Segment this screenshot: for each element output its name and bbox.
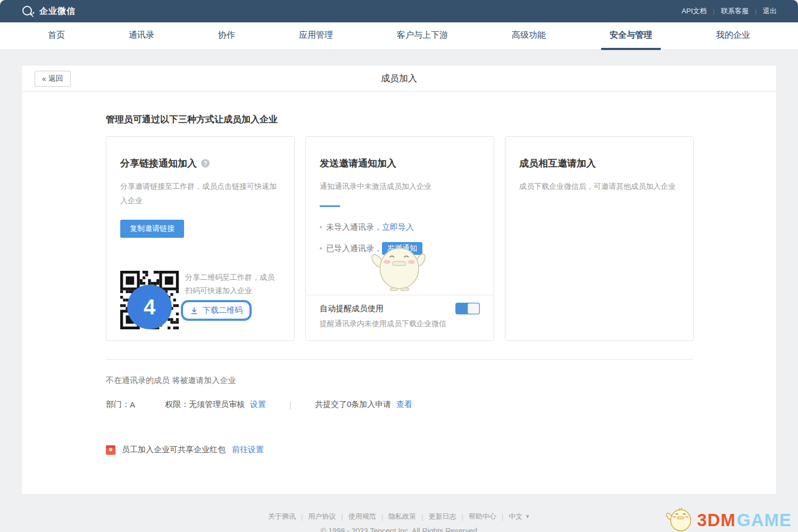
topbar-separator: | <box>713 8 714 14</box>
footer-separator: | <box>461 513 463 521</box>
language-selector[interactable]: 中文 ▼ <box>509 512 530 521</box>
copy-invite-link-button[interactable]: 复制邀请链接 <box>120 220 184 238</box>
help-icon[interactable]: ? <box>201 159 210 168</box>
card-share-link-title: 分享链接通知加入 <box>120 157 197 170</box>
brand-name: 企业微信 <box>39 6 76 17</box>
brand: 企业微信 <box>21 5 76 18</box>
card-share-link: 分享链接通知加入 ? 分享邀请链接至工作群，成员点击链接可快速加入企业 复制邀请… <box>106 136 295 341</box>
footer-link-changelog[interactable]: 更新日志 <box>428 512 456 521</box>
nav-tab-customers[interactable]: 客户与上下游 <box>388 22 456 50</box>
red-packet-icon <box>106 445 115 455</box>
watermark-game-text: GAME <box>737 511 792 532</box>
invite-notice-text: 不在通讯录的成员 将被邀请加入企业 <box>106 376 776 386</box>
watermark-chick-icon <box>665 504 696 532</box>
panel-content: 管理员可通过以下三种方式让成员加入企业 分享链接通知加入 ? 分享邀请链接至工作… <box>22 113 776 455</box>
footer-separator: | <box>341 513 343 521</box>
redpacket-row: 员工加入企业可共享企业红包 前往设置 <box>106 445 776 455</box>
footer-separator: | <box>381 513 383 521</box>
section-divider <box>106 359 694 360</box>
bullet-not-imported: 未导入通讯录， 立即导入 <box>320 217 481 238</box>
view-applications-link[interactable]: 查看 <box>396 400 412 410</box>
permission-label: 权限： <box>165 400 189 410</box>
panel-header: « 返回 成员加入 <box>22 65 776 92</box>
nav-tab-my-company[interactable]: 我的企业 <box>708 22 759 50</box>
nav-tab-home[interactable]: 首页 <box>39 22 73 50</box>
step-badge-4: 4 <box>127 285 172 329</box>
nav-tab-contacts[interactable]: 通讯录 <box>120 22 163 50</box>
footer-link-user-agreement[interactable]: 用户协议 <box>308 512 336 521</box>
footer-link-help-center[interactable]: 帮助中心 <box>469 512 496 521</box>
topbar-links: API文档 | 联系客服 | 退出 <box>681 6 777 16</box>
footer-separator: | <box>301 513 303 521</box>
3dmgame-watermark: 3DM GAME <box>665 504 792 532</box>
primary-nav: 首页 通讯录 协作 应用管理 客户与上下游 高级功能 安全与管理 我的企业 <box>0 22 798 50</box>
bullet-dot-icon <box>320 247 322 250</box>
card-invite-notice-desc: 通知通讯录中未激活成员加入企业 <box>320 179 479 194</box>
card-mutual-invite-title: 成员相互邀请加入 <box>519 157 596 170</box>
footer-link-usage-rules[interactable]: 使用规范 <box>348 512 376 521</box>
download-qr-label: 下载二维码 <box>203 305 243 315</box>
wecom-logo-icon <box>21 5 35 18</box>
footer-link-privacy[interactable]: 隐私政策 <box>388 512 416 521</box>
member-join-panel: « 返回 成员加入 管理员可通过以下三种方式让成员加入企业 分享链接通知加入 ?… <box>21 65 777 495</box>
toggle-knob <box>468 303 479 314</box>
download-icon <box>190 306 198 315</box>
card-mutual-invite: 成员相互邀请加入 成员下载企业微信后，可邀请其他成员加入企业 <box>505 136 694 341</box>
card-invite-notice-title: 发送邀请通知加入 <box>320 157 396 170</box>
qr-desc: 分享二维码至工作群，成员扫码可快速加入企业 <box>185 271 281 297</box>
department-label: 部门： <box>106 400 130 410</box>
logout-link[interactable]: 退出 <box>763 6 777 16</box>
permission-value: 无须管理员审核 <box>189 400 245 410</box>
applications-count-text: 共提交了0条加入申请 <box>315 400 391 410</box>
nav-tab-collaboration[interactable]: 协作 <box>210 22 244 50</box>
auto-remind-toggle[interactable] <box>455 303 480 314</box>
section-heading: 管理员可通过以下三种方式让成员加入企业 <box>106 113 776 126</box>
topbar: 企业微信 API文档 | 联系客服 | 退出 <box>0 0 798 22</box>
card-mutual-invite-desc: 成员下载企业微信后，可邀请其他成员加入企业 <box>519 179 679 194</box>
page-title: 成员加入 <box>22 72 776 85</box>
join-settings-row: 部门： A 权限： 无须管理员审核 设置 | 共提交了0条加入申请 查看 <box>106 400 776 410</box>
nav-tab-app-management[interactable]: 应用管理 <box>290 22 342 50</box>
watermark-3dm-text: 3DM <box>697 511 736 532</box>
redpacket-text: 员工加入企业可共享企业红包 <box>122 445 226 455</box>
mascot-chick-illustration <box>369 240 428 293</box>
department-value: A <box>130 400 135 409</box>
footer-link-about[interactable]: 关于腾讯 <box>268 512 296 521</box>
download-qr-button[interactable]: 下载二维码 <box>181 300 252 321</box>
footer-separator: | <box>502 513 503 521</box>
redpacket-settings-link[interactable]: 前往设置 <box>232 445 264 455</box>
contact-support-link[interactable]: 联系客服 <box>721 6 749 16</box>
nav-tab-security-management[interactable]: 安全与管理 <box>601 22 661 50</box>
bullet-dot-icon <box>320 226 322 228</box>
card-invite-notice: 发送邀请通知加入 通知通讯录中未激活成员加入企业 未导入通讯录， 立即导入 已导… <box>305 136 494 341</box>
permission-settings-link[interactable]: 设置 <box>250 400 266 410</box>
vertical-separator: | <box>289 400 292 409</box>
auto-remind-label: 自动提醒成员使用 <box>320 304 384 314</box>
api-docs-link[interactable]: API文档 <box>681 6 706 16</box>
card-share-link-desc: 分享邀请链接至工作群，成员点击链接可快速加入企业 <box>120 179 280 208</box>
auto-remind-desc: 提醒通讯录内未使用成员下载企业微信 <box>320 319 480 329</box>
page: 企业微信 API文档 | 联系客服 | 退出 首页 通讯录 协作 应用管理 客户… <box>0 0 798 532</box>
topbar-separator: | <box>755 8 757 14</box>
join-method-cards: 分享链接通知加入 ? 分享邀请链接至工作群，成员点击链接可快速加入企业 复制邀请… <box>106 136 694 341</box>
auto-remind-section: 自动提醒成员使用 提醒通讯录内未使用成员下载企业微信 <box>306 295 494 340</box>
caret-down-icon: ▼ <box>525 514 530 519</box>
nav-tab-advanced[interactable]: 高级功能 <box>503 22 554 50</box>
footer-separator: | <box>421 513 423 521</box>
import-now-link[interactable]: 立即导入 <box>382 222 414 232</box>
not-imported-text: 未导入通讯录， <box>326 222 382 232</box>
blue-rule-decoration <box>320 205 340 207</box>
language-label: 中文 <box>509 512 522 521</box>
